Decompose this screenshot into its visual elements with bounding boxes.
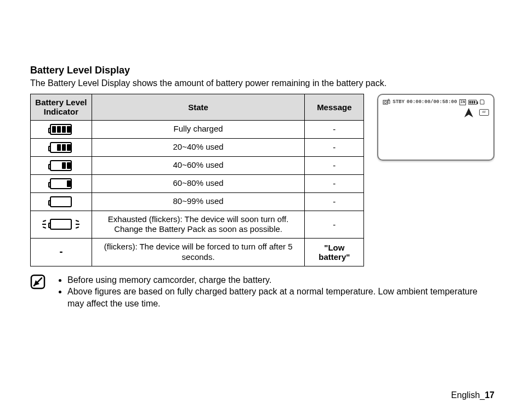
cell-indicator: - <box>31 239 92 266</box>
battery-table: Battery Level Indicator State Message Fu… <box>30 94 364 266</box>
table-header-row: Battery Level Indicator State Message <box>31 94 364 121</box>
cell-state: Exhausted (flickers): The device will so… <box>92 211 305 239</box>
af-indicator: AF <box>479 109 489 116</box>
cell-indicator <box>31 120 92 138</box>
cell-indicator <box>31 156 92 174</box>
battery-flicker-icon <box>50 219 72 230</box>
table-row: 20~40% used - <box>31 138 364 156</box>
cell-state: 80~99% used <box>92 192 305 211</box>
cell-message: - <box>305 192 364 211</box>
cell-indicator <box>31 192 92 211</box>
cell-indicator <box>31 174 92 192</box>
sd-card-icon <box>479 99 485 105</box>
table-row: 40~60% used - <box>31 156 364 174</box>
cell-state: 20~40% used <box>92 138 305 156</box>
in-indicator: IN <box>459 99 466 105</box>
table-row: Exhausted (flickers): The device will so… <box>31 211 364 239</box>
col-header-state: State <box>92 94 305 121</box>
battery-3-icon <box>50 142 72 153</box>
time-label: 00:00:00/00:58:00 <box>407 99 457 105</box>
cell-message: - <box>305 156 364 174</box>
battery-0-icon <box>50 196 72 207</box>
cell-message: - <box>305 211 364 239</box>
battery-2-icon <box>50 160 72 171</box>
note-icon <box>30 274 46 290</box>
notes-list: Before using memory camcorder, charge th… <box>56 274 494 310</box>
cell-state: 60~80% used <box>92 174 305 192</box>
camcorder-display-preview: STBY 00:00:00/00:58:00 IN AF <box>377 94 494 161</box>
content-row: Battery Level Indicator State Message Fu… <box>30 94 494 266</box>
section-intro: The Battery Level Display shows the amou… <box>30 78 494 88</box>
footer-lang: English <box>451 390 480 400</box>
cell-state: (flickers): The device will be forced to… <box>92 239 305 266</box>
battery-4-icon <box>50 124 72 135</box>
svg-point-1 <box>384 101 386 104</box>
navigation-arrow-icon <box>463 107 475 119</box>
footer-sep: _ <box>480 390 485 400</box>
table-row: - (flickers): The device will be forced … <box>31 239 364 266</box>
battery-1-icon <box>50 178 72 189</box>
table-row: 60~80% used - <box>31 174 364 192</box>
cell-indicator <box>31 211 92 239</box>
footer-page: 17 <box>485 390 494 400</box>
cell-message: - <box>305 138 364 156</box>
cell-state: Fully charged <box>92 120 305 138</box>
col-header-indicator: Battery Level Indicator <box>31 94 92 121</box>
col-header-message: Message <box>305 94 364 121</box>
cell-message: - <box>305 120 364 138</box>
battery-status-icon <box>468 100 477 105</box>
notes-block: Before using memory camcorder, charge th… <box>30 274 494 310</box>
stby-label: STBY <box>393 99 405 105</box>
table-row: Fully charged - <box>31 120 364 138</box>
cell-indicator <box>31 138 92 156</box>
page-footer: English_17 <box>451 390 494 400</box>
table-row: 80~99% used - <box>31 192 364 211</box>
camera-icon <box>383 99 390 105</box>
cell-message: "Low battery" <box>305 239 364 266</box>
cell-message: - <box>305 174 364 192</box>
note-item: Before using memory camcorder, charge th… <box>67 274 494 286</box>
dash-icon: - <box>59 246 62 257</box>
document-page: Battery Level Display The Battery Level … <box>0 0 523 420</box>
svg-point-2 <box>388 99 389 100</box>
display-status-bar: STBY 00:00:00/00:58:00 IN <box>383 98 489 106</box>
section-title: Battery Level Display <box>30 65 494 76</box>
cell-state: 40~60% used <box>92 156 305 174</box>
note-item: Above figures are based on fully charged… <box>67 286 494 309</box>
